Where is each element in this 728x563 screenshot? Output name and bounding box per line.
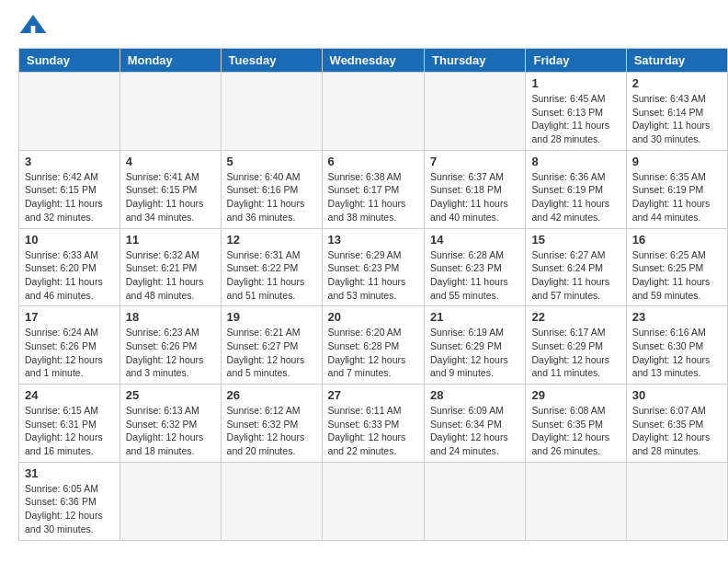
day-info: Sunrise: 6:20 AM Sunset: 6:28 PM Dayligh… (328, 326, 418, 380)
day-info: Sunrise: 6:21 AM Sunset: 6:27 PM Dayligh… (227, 326, 316, 380)
day-info: Sunrise: 6:25 AM Sunset: 6:25 PM Dayligh… (632, 248, 722, 303)
day-number: 3 (25, 155, 114, 168)
day-info: Sunrise: 6:36 AM Sunset: 6:19 PM Dayligh… (531, 170, 620, 224)
day-info: Sunrise: 6:37 AM Sunset: 6:18 PM Dayligh… (430, 170, 519, 224)
logo (18, 11, 51, 40)
day-cell-14: 14Sunrise: 6:28 AM Sunset: 6:23 PM Dayli… (425, 228, 526, 306)
day-info: Sunrise: 6:32 AM Sunset: 6:21 PM Dayligh… (126, 248, 215, 303)
day-info: Sunrise: 6:12 AM Sunset: 6:32 PM Dayligh… (227, 404, 316, 458)
day-cell-25: 25Sunrise: 6:13 AM Sunset: 6:32 PM Dayli… (119, 385, 221, 463)
day-cell-empty-w0d4 (425, 73, 526, 151)
day-info: Sunrise: 6:41 AM Sunset: 6:15 PM Dayligh… (126, 170, 215, 224)
day-cell-29: 29Sunrise: 6:08 AM Sunset: 6:35 PM Dayli… (526, 385, 626, 463)
calendar-table: SundayMondayTuesdayWednesdayThursdayFrid… (18, 48, 728, 541)
day-info: Sunrise: 6:17 AM Sunset: 6:29 PM Dayligh… (531, 326, 620, 380)
day-number: 1 (531, 76, 620, 90)
day-header-sunday: Sunday (19, 49, 120, 73)
page-container: SundayMondayTuesdayWednesdayThursdayFrid… (0, 0, 728, 550)
day-cell-6: 6Sunrise: 6:38 AM Sunset: 6:17 PM Daylig… (322, 150, 424, 228)
day-info: Sunrise: 6:08 AM Sunset: 6:35 PM Dayligh… (531, 404, 620, 458)
day-header-tuesday: Tuesday (221, 49, 322, 73)
day-number: 24 (25, 388, 114, 402)
day-number: 7 (430, 155, 519, 168)
day-cell-22: 22Sunrise: 6:17 AM Sunset: 6:29 PM Dayli… (526, 306, 626, 385)
day-number: 12 (227, 233, 316, 247)
day-number: 13 (328, 233, 418, 247)
day-info: Sunrise: 6:23 AM Sunset: 6:26 PM Dayligh… (126, 326, 215, 380)
day-info: Sunrise: 6:33 AM Sunset: 6:20 PM Dayligh… (25, 248, 114, 303)
day-number: 30 (632, 388, 722, 402)
day-info: Sunrise: 6:31 AM Sunset: 6:22 PM Dayligh… (227, 248, 316, 303)
day-cell-5: 5Sunrise: 6:40 AM Sunset: 6:16 PM Daylig… (221, 150, 322, 228)
day-number: 27 (328, 388, 418, 402)
day-header-wednesday: Wednesday (322, 49, 424, 73)
day-number: 16 (632, 233, 722, 247)
day-info: Sunrise: 6:38 AM Sunset: 6:17 PM Dayligh… (328, 170, 418, 224)
day-number: 28 (430, 388, 519, 402)
day-cell-19: 19Sunrise: 6:21 AM Sunset: 6:27 PM Dayli… (221, 306, 322, 385)
day-cell-20: 20Sunrise: 6:20 AM Sunset: 6:28 PM Dayli… (322, 306, 424, 385)
header-row: SundayMondayTuesdayWednesdayThursdayFrid… (19, 49, 728, 73)
day-cell-24: 24Sunrise: 6:15 AM Sunset: 6:31 PM Dayli… (19, 385, 120, 463)
day-number: 2 (632, 76, 722, 90)
day-number: 17 (25, 310, 114, 324)
week-row-2: 3Sunrise: 6:42 AM Sunset: 6:15 PM Daylig… (19, 150, 728, 228)
day-cell-8: 8Sunrise: 6:36 AM Sunset: 6:19 PM Daylig… (526, 150, 626, 228)
day-cell-9: 9Sunrise: 6:35 AM Sunset: 6:19 PM Daylig… (626, 150, 727, 228)
day-info: Sunrise: 6:35 AM Sunset: 6:19 PM Dayligh… (632, 170, 722, 224)
day-number: 10 (25, 233, 114, 247)
logo-icon (18, 11, 48, 40)
day-number: 20 (328, 310, 418, 324)
day-info: Sunrise: 6:27 AM Sunset: 6:24 PM Dayligh… (531, 248, 620, 303)
day-info: Sunrise: 6:15 AM Sunset: 6:31 PM Dayligh… (25, 404, 114, 458)
day-cell-31: 31Sunrise: 6:05 AM Sunset: 6:36 PM Dayli… (19, 462, 120, 540)
week-row-3: 10Sunrise: 6:33 AM Sunset: 6:20 PM Dayli… (19, 228, 728, 306)
day-cell-empty-w5d5 (526, 462, 626, 540)
day-info: Sunrise: 6:40 AM Sunset: 6:16 PM Dayligh… (227, 170, 316, 224)
day-cell-12: 12Sunrise: 6:31 AM Sunset: 6:22 PM Dayli… (221, 228, 322, 306)
day-cell-15: 15Sunrise: 6:27 AM Sunset: 6:24 PM Dayli… (526, 228, 626, 306)
day-header-saturday: Saturday (626, 49, 727, 73)
day-cell-7: 7Sunrise: 6:37 AM Sunset: 6:18 PM Daylig… (425, 150, 526, 228)
day-info: Sunrise: 6:07 AM Sunset: 6:35 PM Dayligh… (632, 404, 722, 458)
day-cell-21: 21Sunrise: 6:19 AM Sunset: 6:29 PM Dayli… (425, 306, 526, 385)
day-cell-empty-w0d2 (221, 73, 322, 151)
day-number: 4 (126, 155, 215, 168)
day-number: 15 (531, 233, 620, 247)
day-number: 8 (531, 155, 620, 168)
day-header-monday: Monday (119, 49, 221, 73)
day-cell-empty-w5d1 (119, 462, 221, 540)
day-cell-13: 13Sunrise: 6:29 AM Sunset: 6:23 PM Dayli… (322, 228, 424, 306)
week-row-6: 31Sunrise: 6:05 AM Sunset: 6:36 PM Dayli… (19, 462, 728, 540)
day-info: Sunrise: 6:09 AM Sunset: 6:34 PM Dayligh… (430, 404, 519, 458)
calendar-wrapper: SundayMondayTuesdayWednesdayThursdayFrid… (0, 48, 728, 550)
day-cell-17: 17Sunrise: 6:24 AM Sunset: 6:26 PM Dayli… (19, 306, 120, 385)
day-cell-empty-w5d4 (425, 462, 526, 540)
day-cell-18: 18Sunrise: 6:23 AM Sunset: 6:26 PM Dayli… (119, 306, 221, 385)
day-info: Sunrise: 6:43 AM Sunset: 6:14 PM Dayligh… (632, 92, 722, 146)
day-info: Sunrise: 6:29 AM Sunset: 6:23 PM Dayligh… (328, 248, 418, 303)
day-number: 23 (632, 310, 722, 324)
page-header (0, 0, 728, 48)
day-info: Sunrise: 6:28 AM Sunset: 6:23 PM Dayligh… (430, 248, 519, 303)
day-cell-4: 4Sunrise: 6:41 AM Sunset: 6:15 PM Daylig… (119, 150, 221, 228)
day-number: 22 (531, 310, 620, 324)
day-cell-empty-w0d1 (119, 73, 221, 151)
day-info: Sunrise: 6:42 AM Sunset: 6:15 PM Dayligh… (25, 170, 114, 224)
day-number: 11 (126, 233, 215, 247)
day-cell-empty-w0d0 (19, 73, 120, 151)
day-number: 19 (227, 310, 316, 324)
day-cell-16: 16Sunrise: 6:25 AM Sunset: 6:25 PM Dayli… (626, 228, 727, 306)
week-row-4: 17Sunrise: 6:24 AM Sunset: 6:26 PM Dayli… (19, 306, 728, 385)
day-header-friday: Friday (526, 49, 626, 73)
day-cell-empty-w5d2 (221, 462, 322, 540)
day-number: 25 (126, 388, 215, 402)
day-info: Sunrise: 6:45 AM Sunset: 6:13 PM Dayligh… (531, 92, 620, 146)
day-cell-2: 2Sunrise: 6:43 AM Sunset: 6:14 PM Daylig… (626, 73, 727, 151)
day-cell-11: 11Sunrise: 6:32 AM Sunset: 6:21 PM Dayli… (119, 228, 221, 306)
day-info: Sunrise: 6:05 AM Sunset: 6:36 PM Dayligh… (25, 482, 114, 536)
day-cell-3: 3Sunrise: 6:42 AM Sunset: 6:15 PM Daylig… (19, 150, 120, 228)
day-number: 29 (531, 388, 620, 402)
week-row-5: 24Sunrise: 6:15 AM Sunset: 6:31 PM Dayli… (19, 385, 728, 463)
day-number: 26 (227, 388, 316, 402)
